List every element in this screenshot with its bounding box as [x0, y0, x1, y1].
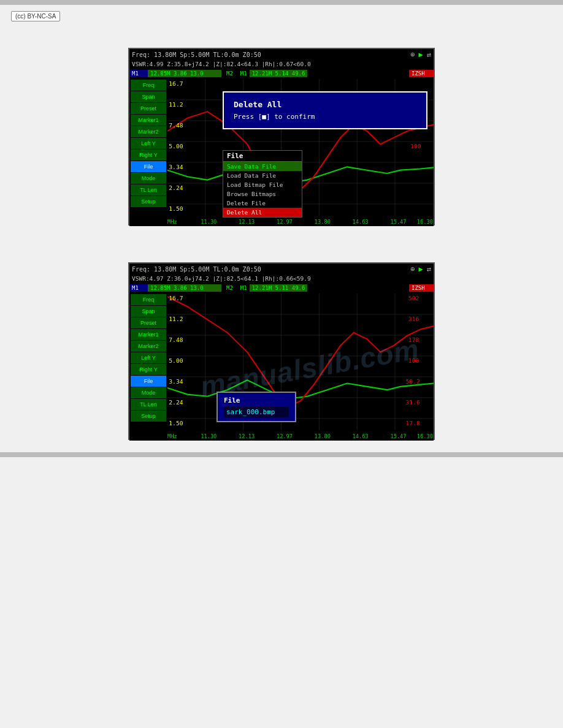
svg-text:7.48: 7.48 — [169, 122, 183, 129]
gps-icon: ⊕ — [410, 50, 415, 59]
screen2-connect-icon: ⇄ — [427, 265, 431, 273]
screen2-main: Freq Span Preset Marker1 Marker2 Left Y … — [129, 294, 434, 441]
svg-text:16.30: 16.30 — [417, 219, 433, 225]
screen1-left-menu: Freq Span Preset Marker1 Marker2 Left Y … — [129, 79, 167, 226]
svg-text:16.7: 16.7 — [169, 295, 183, 301]
svg-text:16.30: 16.30 — [417, 433, 433, 439]
svg-text:MHz: MHz — [167, 433, 177, 439]
svg-text:31.6: 31.6 — [405, 399, 420, 406]
screen1-btn-marker2[interactable]: Marker2 — [131, 126, 166, 137]
screen1-vswr: VSWR:4.99 Z:35.8+j74.2 |Z|:82.4<64.3 |Rh… — [129, 60, 434, 68]
screen2-svg: 16.7 11.2 7.48 5.00 3.34 2.24 1.50 502 3… — [167, 294, 434, 441]
svg-text:12.13: 12.13 — [239, 433, 255, 439]
screen1-m3-value: 12.21M 5.14 49.6 — [250, 70, 308, 77]
screen1-file-item-save[interactable]: Save Data File — [223, 162, 302, 171]
screen1-btn-righty[interactable]: Right Y — [131, 150, 166, 161]
screen2-m3-label: M1 — [236, 284, 250, 292]
screen2-btn-file[interactable]: File — [131, 376, 166, 387]
screen2-btn-freq[interactable]: Freq — [131, 294, 166, 305]
screen2-file-popup: File sark_000.bmp — [216, 392, 296, 422]
screen1-main: Freq Span Preset Marker1 Marker2 Left Y … — [129, 79, 434, 226]
screen2-btn-span[interactable]: Span — [131, 306, 166, 317]
play-icon: ▶ — [419, 50, 423, 59]
screen1-btn-setup[interactable]: Setup — [131, 196, 166, 207]
svg-text:11.2: 11.2 — [169, 316, 183, 322]
screen2-chart: 16.7 11.2 7.48 5.00 3.34 2.24 1.50 502 3… — [167, 294, 434, 441]
connect-icon: ⇄ — [427, 50, 431, 59]
screen1: Freq: 13.80M Sp:5.00M TL:0.0m Z0:50 ⊕ ▶ … — [128, 48, 435, 226]
svg-text:50.2: 50.2 — [405, 378, 420, 385]
screen2-btn-setup[interactable]: Setup — [131, 411, 166, 422]
screen2-icons: ⊕ ▶ ⇄ — [410, 265, 431, 273]
svg-text:11.30: 11.30 — [201, 219, 216, 225]
svg-text:5.00: 5.00 — [169, 143, 183, 150]
svg-text:100: 100 — [408, 357, 419, 364]
screens-container: Freq: 13.80M Sp:5.00M TL:0.0m Z0:50 ⊕ ▶ … — [128, 48, 435, 440]
svg-text:14.63: 14.63 — [353, 219, 369, 225]
top-separator — [0, 0, 563, 5]
screen2-btn-lefty[interactable]: Left Y — [131, 352, 166, 363]
screen2-left-menu: Freq Span Preset Marker1 Marker2 Left Y … — [129, 294, 167, 441]
screen1-m1-value: 12.85M 3.86 13.0 — [148, 70, 221, 77]
screen2-btn-mode[interactable]: Mode — [131, 387, 166, 398]
screen2-btn-preset[interactable]: Preset — [131, 317, 166, 328]
screen1-m2-label: M2 — [221, 70, 236, 77]
svg-text:1.50: 1.50 — [169, 205, 183, 212]
screen1-file-item-browse[interactable]: Browse Bitmaps — [223, 189, 302, 199]
svg-text:2.24: 2.24 — [169, 399, 183, 406]
screen1-status1: Freq: 13.80M Sp:5.00M TL:0.0m Z0:50 ⊕ ▶ … — [129, 49, 434, 60]
svg-text:5.00: 5.00 — [169, 357, 183, 364]
screen1-chart: 16.7 11.2 7.48 5.00 3.34 2.24 1.50 178 1… — [167, 79, 434, 226]
license-badge: (cc) BY-NC-SA — [11, 11, 60, 21]
screen1-btn-mode[interactable]: Mode — [131, 173, 166, 184]
screen2-file-popup-value: sark_000.bmp — [224, 407, 289, 417]
svg-text:1.50: 1.50 — [169, 420, 183, 427]
screen1-file-menu: File Save Data File Load Data File Load … — [223, 150, 302, 218]
svg-text:15.47: 15.47 — [390, 219, 406, 225]
screen2-gps-icon: ⊕ — [410, 265, 415, 273]
svg-text:12.13: 12.13 — [239, 219, 255, 225]
bottom-separator — [0, 452, 563, 457]
screen1-icons: ⊕ ▶ ⇄ — [410, 50, 431, 59]
svg-text:3.34: 3.34 — [169, 164, 183, 170]
screen1-btn-span[interactable]: Span — [131, 91, 166, 102]
screen1-btn-freq[interactable]: Freq — [131, 80, 166, 91]
screen2-m3-value: 12.21M 5.11 49.6 — [250, 284, 308, 292]
screen1-btn-preset[interactable]: Preset — [131, 103, 166, 114]
screen1-marker-row: M1 12.85M 3.86 13.0 M2 M1 12.21M 5.14 49… — [129, 68, 434, 79]
svg-text:502: 502 — [408, 295, 419, 301]
svg-text:12.97: 12.97 — [277, 433, 293, 439]
screen1-btn-tllen[interactable]: TL Len — [131, 184, 166, 195]
screen1-delete-title: Delete All — [234, 100, 416, 109]
screen2-btn-tllen[interactable]: TL Len — [131, 399, 166, 410]
svg-text:17.8: 17.8 — [405, 420, 420, 427]
svg-text:12.97: 12.97 — [277, 219, 293, 225]
screen1-btn-file[interactable]: File — [131, 161, 166, 172]
svg-text:MHz: MHz — [167, 219, 177, 225]
screen1-btn-lefty[interactable]: Left Y — [131, 138, 166, 149]
screen1-delete-confirm: Press [■] to confirm — [234, 113, 416, 121]
screen2-btn-righty[interactable]: Right Y — [131, 364, 166, 375]
screen1-file-item-delete-all[interactable]: Delete All — [223, 208, 302, 217]
svg-text:13.80: 13.80 — [315, 219, 331, 225]
svg-text:100: 100 — [410, 143, 421, 150]
screen1-delete-popup: Delete All Press [■] to confirm — [223, 91, 427, 129]
screen1-file-item-load-data[interactable]: Load Data File — [223, 171, 302, 180]
screen2-status1: Freq: 13.80M Sp:5.00M TL:0.0m Z0:50 ⊕ ▶ … — [129, 264, 434, 275]
screen2-btn-marker1[interactable]: Marker1 — [131, 329, 166, 340]
screen1-btn-marker1[interactable]: Marker1 — [131, 115, 166, 126]
screen1-file-menu-title: File — [223, 151, 302, 162]
screen1-m1-label: M1 — [129, 70, 148, 77]
svg-text:11.2: 11.2 — [169, 101, 183, 108]
svg-text:7.48: 7.48 — [169, 336, 183, 343]
screen2-play-icon: ▶ — [419, 265, 423, 273]
screen2: Freq: 13.80M Sp:5.00M TL:0.0m Z0:50 ⊕ ▶ … — [128, 262, 435, 440]
screen2-m1-label: M1 — [129, 284, 148, 292]
svg-text:2.24: 2.24 — [169, 184, 183, 191]
svg-text:16.7: 16.7 — [169, 80, 183, 87]
screen2-file-popup-title: File — [224, 396, 289, 404]
screen1-file-item-load-bitmap[interactable]: Load Bitmap File — [223, 180, 302, 189]
screen1-file-item-delete[interactable]: Delete File — [223, 199, 302, 208]
svg-text:3.34: 3.34 — [169, 378, 183, 385]
screen2-btn-marker2[interactable]: Marker2 — [131, 341, 166, 352]
